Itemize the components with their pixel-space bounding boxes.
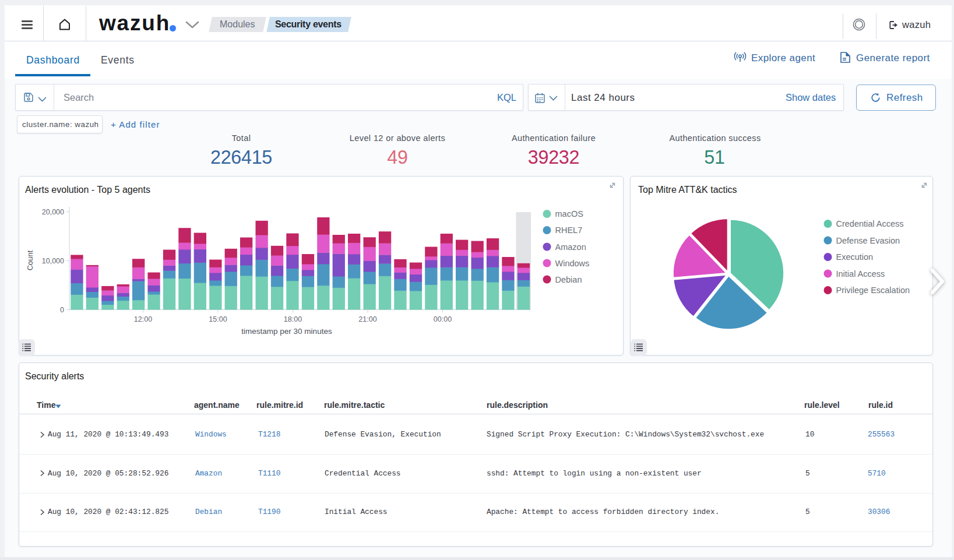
- svg-text:timestamp per 30 minutes: timestamp per 30 minutes: [241, 327, 332, 336]
- svg-text:Defense Evasion: Defense Evasion: [836, 236, 900, 245]
- svg-text:Count: Count: [26, 250, 34, 270]
- svg-text:Windows: Windows: [555, 259, 590, 268]
- svg-text:Execution: Execution: [836, 252, 874, 262]
- svg-text:12:00: 12:00: [134, 315, 152, 323]
- svg-text:10,000: 10,000: [42, 257, 64, 265]
- svg-text:18:00: 18:00: [284, 315, 302, 323]
- svg-text:00:00: 00:00: [434, 315, 452, 323]
- svg-text:macOS: macOS: [555, 209, 583, 219]
- svg-text:15:00: 15:00: [209, 315, 227, 323]
- svg-text:0: 0: [60, 306, 64, 314]
- svg-text:20,000: 20,000: [42, 208, 64, 216]
- svg-text:Amazon: Amazon: [555, 242, 586, 252]
- svg-text:21:00: 21:00: [358, 315, 376, 323]
- svg-text:Debian: Debian: [555, 275, 582, 284]
- svg-text:Privilege Escalation: Privilege Escalation: [836, 286, 910, 295]
- svg-text:RHEL7: RHEL7: [555, 226, 583, 235]
- svg-text:Credential Access: Credential Access: [836, 219, 904, 228]
- svg-text:Initial Access: Initial Access: [836, 269, 885, 279]
